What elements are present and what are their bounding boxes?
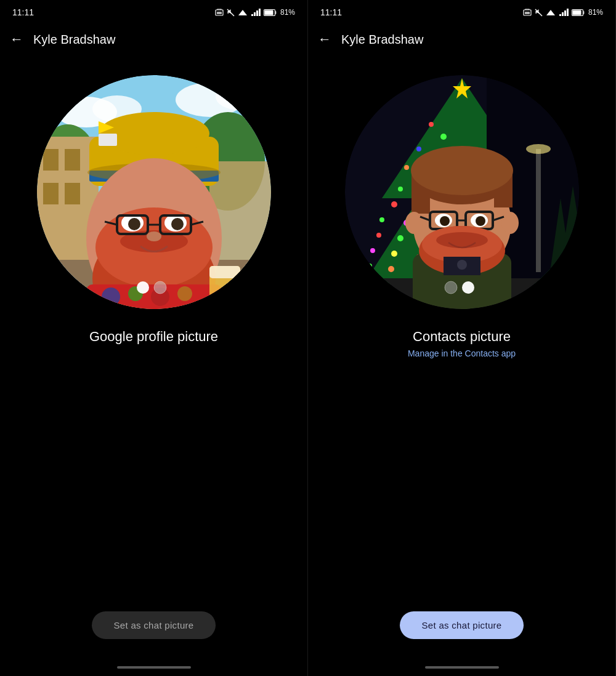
status-icons-2: 81% — [523, 8, 603, 17]
svg-point-98 — [388, 266, 394, 272]
svg-point-40 — [171, 218, 184, 230]
photo-svg-2 — [345, 75, 579, 309]
svg-rect-63 — [564, 10, 566, 16]
button-area-2: Set as chat picture — [400, 611, 524, 639]
svg-point-94 — [391, 251, 397, 257]
home-indicator-1 — [117, 666, 191, 669]
signal-bars-2 — [559, 9, 569, 17]
svg-rect-10 — [264, 10, 273, 15]
svg-point-133 — [462, 281, 474, 294]
svg-rect-21 — [65, 149, 80, 171]
svg-point-75 — [404, 165, 409, 170]
svg-point-82 — [391, 201, 397, 207]
contact-name-1: Kyle Bradshaw — [33, 33, 115, 47]
svg-rect-52 — [209, 266, 240, 278]
svg-point-47 — [102, 288, 120, 306]
battery-text-2: 81% — [588, 8, 603, 17]
battery-icon-2 — [572, 9, 585, 17]
svg-point-129 — [436, 232, 488, 248]
svg-rect-53 — [240, 278, 251, 284]
svg-rect-20 — [43, 149, 59, 171]
svg-rect-103 — [536, 149, 541, 272]
svg-point-71 — [429, 122, 434, 127]
svg-point-54 — [147, 231, 161, 241]
battery-icon-1 — [264, 9, 277, 17]
svg-point-55 — [137, 281, 149, 294]
svg-rect-9 — [275, 11, 276, 14]
content-1: Google profile picture Set as chat pictu… — [0, 57, 307, 676]
profile-photo-1[interactable] — [37, 75, 271, 309]
svg-point-73 — [416, 147, 421, 151]
svg-rect-23 — [65, 183, 80, 204]
svg-rect-6 — [256, 10, 258, 16]
signal-bars-1 — [251, 9, 261, 17]
photo-svg-1 — [37, 75, 271, 309]
set-chat-picture-button-2[interactable]: Set as chat picture — [400, 611, 524, 639]
svg-point-114 — [411, 146, 513, 195]
caption-title-2: Contacts picture — [408, 329, 516, 345]
status-bar-2: 11:11 — [308, 0, 615, 22]
svg-rect-1 — [217, 12, 222, 14]
status-icons-1: 81% — [215, 8, 295, 17]
svg-rect-61 — [559, 14, 561, 16]
svg-rect-66 — [583, 11, 584, 14]
svg-point-124 — [440, 216, 450, 226]
toolbar-1: ← Kyle Bradshaw — [0, 22, 307, 57]
svg-rect-4 — [251, 14, 253, 16]
status-time-2: 11:11 — [320, 7, 342, 17]
svg-rect-67 — [572, 10, 581, 15]
svg-point-56 — [154, 281, 166, 294]
svg-point-79 — [398, 187, 403, 191]
back-button-2[interactable]: ← — [318, 31, 331, 47]
profile-photo-2[interactable] — [345, 75, 579, 309]
mute-icon-2 — [535, 9, 543, 17]
set-chat-picture-button-1[interactable]: Set as chat picture — [92, 611, 216, 639]
svg-rect-62 — [562, 12, 564, 16]
svg-rect-31 — [99, 134, 117, 146]
signal-icon-1 — [238, 9, 248, 17]
battery-text-1: 81% — [280, 8, 295, 17]
svg-marker-3 — [238, 10, 247, 15]
svg-point-39 — [128, 218, 140, 230]
svg-point-125 — [476, 216, 485, 226]
sim-icon-1 — [215, 9, 224, 16]
button-area-1: Set as chat picture — [92, 611, 216, 639]
mute-icon-1 — [227, 9, 235, 17]
svg-rect-5 — [254, 12, 256, 16]
status-time-1: 11:11 — [12, 7, 34, 17]
toolbar-2: ← Kyle Bradshaw — [308, 22, 615, 57]
caption-area-1: Google profile picture — [89, 329, 218, 345]
caption-area-2: Contacts picture Manage in the Contacts … — [408, 329, 516, 358]
svg-point-85 — [379, 217, 384, 222]
screen-1: 11:11 — [0, 0, 308, 676]
back-button-1[interactable]: ← — [10, 31, 23, 47]
caption-subtitle-2[interactable]: Manage in the Contacts app — [408, 348, 516, 358]
svg-rect-7 — [259, 9, 261, 16]
sim-icon-2 — [523, 9, 532, 16]
home-indicator-2 — [425, 666, 499, 669]
svg-point-72 — [440, 134, 447, 140]
svg-rect-64 — [567, 9, 569, 16]
svg-point-115 — [405, 212, 423, 234]
svg-rect-58 — [525, 12, 530, 14]
contact-name-2: Kyle Bradshaw — [341, 33, 423, 47]
svg-point-50 — [177, 286, 192, 301]
svg-point-116 — [501, 212, 519, 234]
signal-icon-2 — [546, 9, 556, 17]
svg-point-16 — [216, 83, 265, 110]
svg-point-90 — [397, 235, 403, 241]
svg-point-104 — [526, 144, 551, 154]
svg-point-89 — [376, 233, 381, 238]
svg-marker-60 — [546, 10, 555, 15]
svg-point-97 — [367, 264, 372, 268]
content-2: Contacts picture Manage in the Contacts … — [308, 57, 615, 676]
svg-rect-22 — [43, 183, 59, 204]
status-bar-1: 11:11 — [0, 0, 307, 22]
svg-point-132 — [445, 281, 457, 294]
screen-2: 11:11 — [308, 0, 616, 676]
svg-point-131 — [457, 260, 467, 270]
caption-title-1: Google profile picture — [89, 329, 218, 345]
svg-point-93 — [370, 248, 375, 253]
svg-point-15 — [176, 82, 243, 117]
